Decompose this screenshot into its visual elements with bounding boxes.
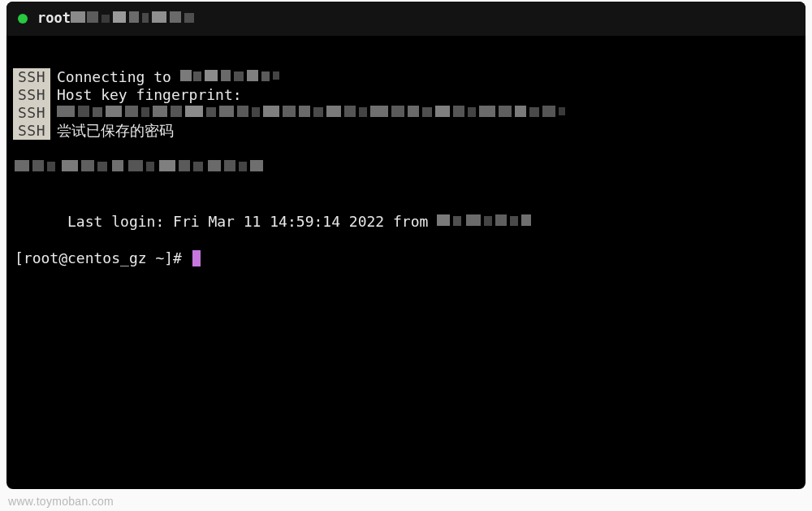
svg-rect-61 [193, 162, 203, 171]
svg-rect-32 [299, 106, 310, 117]
svg-rect-60 [179, 160, 190, 171]
svg-rect-8 [184, 13, 194, 23]
terminal-body[interactable]: SSH Connecting to SSH Host key fingerpri… [6, 36, 806, 267]
svg-rect-13 [234, 71, 244, 81]
ssh-line-saved-password: SSH 尝试已保存的密码 [6, 122, 806, 140]
svg-rect-15 [261, 71, 270, 81]
watermark-text: www.toymoban.com [8, 495, 114, 508]
svg-rect-25 [185, 106, 203, 117]
last-login-prefix: Last login: [67, 213, 173, 230]
watermark-domain: www.toymoban.com [8, 495, 114, 508]
svg-rect-45 [499, 106, 512, 117]
ssh-tag: SSH [13, 86, 50, 104]
svg-rect-35 [344, 106, 356, 117]
svg-rect-44 [479, 106, 495, 117]
svg-rect-20 [106, 106, 122, 117]
ssh-fingerprint-label: Host key fingerprint: [57, 86, 242, 104]
svg-rect-72 [521, 214, 531, 226]
svg-rect-30 [263, 106, 279, 117]
ssh-log-block: SSH Connecting to SSH Host key fingerpri… [6, 68, 806, 140]
svg-rect-26 [206, 107, 216, 117]
svg-rect-33 [313, 107, 323, 117]
svg-rect-1 [87, 11, 98, 23]
svg-rect-7 [170, 11, 181, 23]
svg-rect-57 [128, 160, 143, 171]
svg-rect-43 [468, 107, 476, 117]
svg-rect-17 [57, 106, 75, 117]
svg-rect-42 [453, 106, 464, 117]
prelogin-blur [15, 158, 266, 177]
last-login-line: Last login: Fri Mar 11 14:59:14 2022 fro… [15, 195, 806, 250]
title-bar[interactable]: root [6, 2, 806, 36]
svg-rect-66 [437, 214, 450, 226]
svg-rect-3 [113, 11, 126, 23]
svg-rect-34 [326, 106, 341, 117]
ssh-line-fingerprint-value: SSH [6, 104, 806, 122]
svg-rect-41 [435, 106, 450, 117]
svg-rect-39 [408, 106, 419, 117]
svg-rect-21 [125, 106, 138, 117]
ssh-fingerprint-blur [57, 104, 568, 123]
svg-rect-55 [97, 162, 107, 171]
svg-rect-18 [78, 106, 89, 117]
svg-rect-48 [542, 106, 555, 117]
title-blur [71, 10, 201, 28]
svg-rect-11 [205, 70, 218, 81]
svg-rect-63 [224, 160, 235, 171]
ssh-line-connecting: SSH Connecting to [6, 68, 806, 86]
ssh-host-blur [180, 68, 286, 87]
traffic-light-green[interactable] [18, 14, 28, 24]
svg-rect-56 [112, 160, 123, 171]
cursor-block [192, 250, 201, 266]
svg-rect-9 [180, 70, 192, 81]
svg-rect-29 [252, 107, 260, 117]
svg-rect-19 [93, 107, 102, 117]
svg-rect-51 [32, 160, 44, 171]
last-login-ip-blur [437, 213, 534, 232]
last-login-from: from [384, 213, 437, 230]
shell-prompt-line[interactable]: [root@centos_gz ~]# [15, 249, 806, 267]
svg-rect-38 [391, 106, 404, 117]
window-title: root [37, 10, 201, 28]
svg-rect-68 [466, 214, 481, 226]
svg-rect-10 [193, 71, 201, 81]
svg-rect-6 [152, 11, 166, 23]
title-prefix: root [37, 10, 71, 26]
svg-rect-59 [159, 160, 175, 171]
svg-rect-24 [171, 106, 182, 117]
prelogin-blur-line [15, 158, 806, 177]
ssh-line-fingerprint-label: SSH Host key fingerprint: [6, 86, 806, 104]
svg-rect-12 [221, 70, 231, 81]
svg-rect-50 [15, 160, 29, 171]
last-login-datetime: Fri Mar 11 14:59:14 2022 [173, 213, 384, 230]
svg-rect-46 [515, 106, 526, 117]
svg-rect-71 [510, 216, 518, 226]
svg-rect-37 [370, 106, 388, 117]
ssh-tag: SSH [13, 104, 50, 122]
svg-rect-0 [71, 11, 85, 23]
terminal-window: root SSH Connecting to SSH Host key fing… [6, 2, 806, 489]
svg-rect-5 [142, 13, 149, 23]
svg-rect-58 [146, 162, 154, 171]
svg-rect-28 [237, 106, 248, 117]
svg-rect-22 [141, 107, 149, 117]
svg-rect-54 [81, 160, 94, 171]
svg-rect-49 [559, 107, 565, 115]
svg-rect-67 [453, 216, 461, 226]
svg-rect-47 [529, 107, 539, 117]
ssh-tag: SSH [13, 68, 50, 86]
svg-rect-70 [495, 214, 507, 226]
svg-rect-16 [273, 71, 279, 80]
svg-rect-23 [153, 106, 167, 117]
ssh-saved-password-text: 尝试已保存的密码 [57, 122, 174, 140]
svg-rect-65 [250, 160, 263, 171]
svg-rect-64 [239, 162, 247, 171]
svg-rect-36 [359, 107, 367, 117]
svg-rect-53 [62, 160, 78, 171]
svg-rect-52 [47, 162, 55, 171]
svg-rect-14 [247, 70, 258, 81]
svg-rect-2 [102, 15, 110, 23]
shell-prompt: [root@centos_gz ~]# [15, 249, 191, 267]
ssh-tag: SSH [13, 122, 50, 140]
svg-rect-31 [283, 106, 296, 117]
